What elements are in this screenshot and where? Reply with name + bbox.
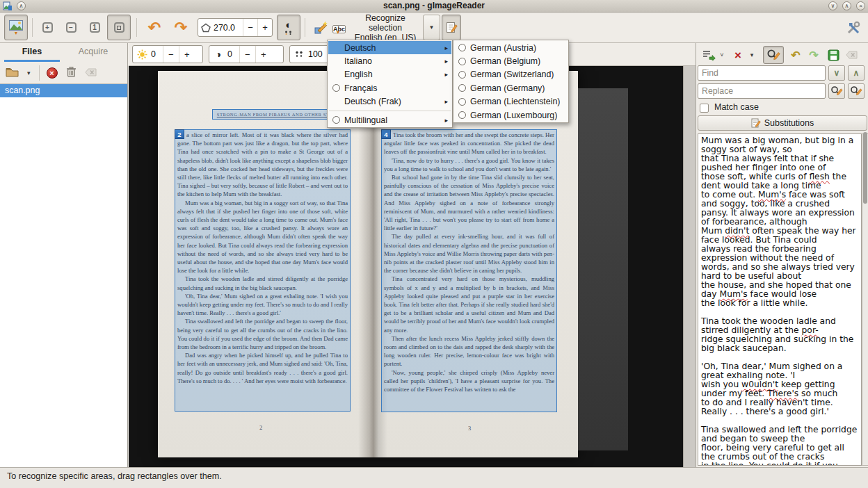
canvas-vertical-scrollbar[interactable] xyxy=(683,66,696,467)
zoom-fit-button[interactable] xyxy=(107,15,131,40)
menu-item-german-germany[interactable]: German (Germany) xyxy=(454,81,568,95)
clear-images-button[interactable] xyxy=(85,67,97,79)
left-page-number: 2 xyxy=(259,424,262,431)
menu-item-italiano[interactable]: Italiano▸ xyxy=(328,54,451,67)
status-bar: To recognize specific areas, drag rectan… xyxy=(0,467,868,488)
menu-item-fran-ais[interactable]: Français xyxy=(328,81,451,95)
toolbar-separator xyxy=(32,18,33,37)
substitutions-button[interactable]: Substitutions xyxy=(698,115,867,131)
replace-input[interactable] xyxy=(698,83,826,99)
zoom-original-button[interactable]: 1 xyxy=(83,15,106,40)
minimize-button[interactable]: ∨ xyxy=(828,1,837,10)
brightness-value[interactable]: 0 xyxy=(151,49,163,59)
gimagereader-window: ∧ scan.png - gImageReader ∨ ∧ × ▾ + − 1 … xyxy=(0,0,868,488)
toolbar-separator xyxy=(136,18,137,37)
search-pencil-icon xyxy=(830,86,843,97)
delete-image-button[interactable] xyxy=(66,66,77,80)
insert-mode-dropdown[interactable]: ˅ xyxy=(718,46,726,64)
book-left-page-text: a slice of mirror left. Most of it was b… xyxy=(175,130,350,411)
rotation-decrease-button[interactable]: − xyxy=(243,19,257,36)
recognize-button[interactable]: Abc▾ Recognize selectionEnglish (en_US) xyxy=(332,15,421,40)
save-text-button[interactable] xyxy=(825,46,842,64)
add-images-button[interactable] xyxy=(6,67,19,79)
brightness-control[interactable]: 0 − + xyxy=(132,45,203,63)
selection-region-4[interactable]: 4 Tina took the broom with her and she s… xyxy=(381,129,557,412)
ocr-text-line: to do and I really haven't time. Really … xyxy=(701,398,860,416)
close-button[interactable]: × xyxy=(856,1,865,10)
rotation-value[interactable]: 270.0 xyxy=(214,23,243,33)
ocr-text-line: words, and so she always tried very hard… xyxy=(701,263,860,281)
settings-button[interactable] xyxy=(843,15,864,40)
book-paragraph: Tina concentrated very hard on those mys… xyxy=(384,275,554,334)
menu-item-deutsch[interactable]: Deutsch▸ xyxy=(328,41,451,54)
auto-layout-button[interactable] xyxy=(310,15,331,40)
misspelled-word: Mum's xyxy=(758,190,786,200)
search-pencil-icon xyxy=(766,49,780,61)
find-previous-button[interactable]: ∧ xyxy=(848,65,865,81)
ocr-text-line: in the lino. You could do it if you used… xyxy=(701,462,860,466)
match-case-label: Match case xyxy=(714,102,759,112)
ocr-text-line: to come out. Mum's face was soft and sog… xyxy=(701,190,860,209)
zoom-in-button[interactable]: + xyxy=(36,15,58,40)
brightness-decrease-button[interactable]: − xyxy=(163,46,179,63)
book-paragraph: 'Oh, Tina dear,' Mum sighed on a great e… xyxy=(177,292,348,318)
undo-icon: ↶ xyxy=(791,49,800,62)
menu-item-multilingual[interactable]: Multilingual▸ xyxy=(328,113,451,127)
ocr-output-textarea[interactable]: Mum was a big woman, but big in a soggy … xyxy=(698,133,862,466)
brightness-increase-button[interactable]: + xyxy=(179,46,195,63)
rotation-increase-button[interactable]: + xyxy=(258,19,272,36)
book-paragraph: Mum was a big woman, but big in a soggy … xyxy=(177,199,348,275)
menu-item-deutsch-frak[interactable]: Deutsch (Frak)▸ xyxy=(328,95,451,108)
find-next-button[interactable]: ∨ xyxy=(828,65,845,81)
selection-region-2[interactable]: 2 a slice of mirror left. Most of it was… xyxy=(175,129,351,412)
menu-item-label: German (Liechtenstein) xyxy=(470,97,560,106)
output-pane-toggle-button[interactable] xyxy=(442,15,461,40)
menu-item-label: German (Austria) xyxy=(470,43,536,53)
remove-image-button[interactable]: × xyxy=(47,67,58,79)
contrast-increase-button[interactable]: + xyxy=(255,46,271,63)
image-controls-toggle-button[interactable]: ◐ xyxy=(277,15,300,40)
tab-files[interactable]: Files xyxy=(3,43,61,61)
match-case-checkbox[interactable] xyxy=(700,104,709,113)
undo-button[interactable]: ↶ xyxy=(787,46,804,64)
radio-icon xyxy=(458,44,470,51)
output-panel: ˅ × ▾ ↶ ↷ ∨ ∧ Match case Substitutions M… xyxy=(696,43,868,467)
redo-button[interactable]: ↷ xyxy=(805,46,822,64)
zoom-out-button[interactable]: − xyxy=(60,15,82,40)
active-tab-indicator xyxy=(4,60,60,62)
add-images-dropdown-button[interactable]: ▾ xyxy=(27,70,31,76)
menu-item-label: Multilingual xyxy=(344,115,387,125)
strip-linebreaks-button[interactable]: × xyxy=(731,46,745,64)
maximize-button[interactable]: ∧ xyxy=(842,1,851,10)
rotate-right-button[interactable]: ↷ xyxy=(168,15,193,40)
chevron-up-icon: ∧ xyxy=(853,69,860,77)
brightness-icon xyxy=(133,49,151,60)
recognize-language-dropdown-button[interactable]: ▼ xyxy=(423,15,440,40)
book-paragraph: Tina took the wooden ladle and stirred d… xyxy=(177,275,348,291)
open-image-button[interactable]: ▾ xyxy=(4,15,28,40)
menu-item-german-switzerland[interactable]: German (Switzerland) xyxy=(454,68,568,81)
menu-item-label: German (Belgium) xyxy=(470,56,540,66)
contrast-value[interactable]: 0 xyxy=(227,49,239,59)
contrast-control[interactable]: ◑ 0 − + xyxy=(209,45,284,63)
output-scrollbar-thumb[interactable] xyxy=(863,132,867,204)
replace-button[interactable] xyxy=(828,83,845,99)
insert-mode-button[interactable] xyxy=(700,46,717,64)
tab-acquire[interactable]: Acquire xyxy=(64,43,122,61)
radio-icon xyxy=(458,98,470,106)
strip-dropdown[interactable]: ▾ xyxy=(748,46,756,64)
contrast-decrease-button[interactable]: − xyxy=(239,46,255,63)
clear-output-button[interactable] xyxy=(843,46,860,64)
menu-item-german-liechtenstein[interactable]: German (Liechtenstein) xyxy=(454,95,568,108)
menu-item-german-belgium[interactable]: German (Belgium) xyxy=(454,54,568,67)
menu-item-german-luxembourg[interactable]: German (Luxembourg) xyxy=(454,108,568,122)
menu-item-german-austria[interactable]: German (Austria) xyxy=(454,41,568,54)
zoom-original-icon: 1 xyxy=(90,22,100,33)
menu-item-english[interactable]: English▸ xyxy=(328,68,451,81)
file-list-item[interactable]: scan.png xyxy=(0,84,127,97)
find-replace-toggle-button[interactable] xyxy=(763,46,784,64)
rotate-left-button[interactable]: ↶ xyxy=(142,15,167,40)
replace-all-button[interactable] xyxy=(848,83,865,99)
find-input[interactable] xyxy=(698,65,826,81)
rotation-spinbox[interactable]: 270.0 − + xyxy=(198,18,273,37)
